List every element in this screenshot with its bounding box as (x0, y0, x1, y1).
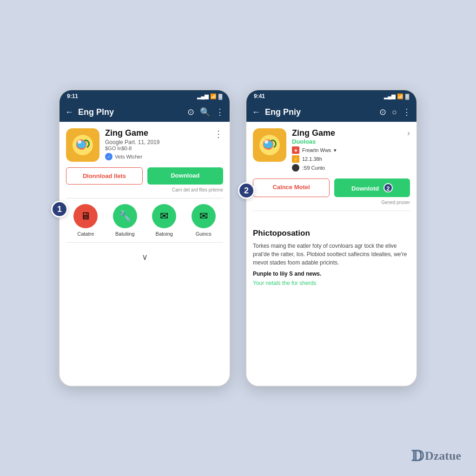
more-icon-1[interactable]: ⋮ (216, 107, 224, 117)
batoing-icon: ✉ (160, 210, 168, 222)
feature-item-batoing: ✉ Batoing (152, 204, 176, 237)
status-bar-2: 9:41 ▂▄▆ 📶 ▓ (246, 90, 416, 102)
nav-bar-2: ← Eng Pniy ⊙ ○ ⋮ (246, 102, 416, 122)
app-name-1: Zing Game (105, 128, 208, 138)
nav-title-2: Eng Pniy (265, 107, 375, 117)
info-row-3: ● :S9 Cunto (292, 164, 402, 172)
app-header-1: Zing Game Google Part. 11, 2019 $GO In$0… (66, 128, 223, 162)
time-2: 9:41 (254, 93, 265, 99)
info-icon-2: ⚡ (292, 155, 299, 163)
divider-1 (66, 198, 223, 198)
desc-title: Phictoposation (253, 229, 410, 238)
info-row-1: ★ Freartn Wws ▾ (292, 146, 402, 154)
desc-body: Torkes maing the eatler foty of covnloar… (253, 242, 410, 267)
phone2: 9:41 ▂▄▆ 📶 ▓ ← Eng Pniy ⊙ ○ ⋮ (245, 89, 417, 387)
app-icon-1 (66, 128, 99, 162)
feature-label-baluliing: Baluliing (115, 231, 135, 237)
nav-icons-2: ⊙ ○ ⋮ (379, 107, 411, 117)
more-icon-2[interactable]: ⋮ (403, 107, 411, 117)
phone2-wrapper: 2 9:41 ▂▄▆ 📶 ▓ ← Eng Pniy ⊙ ○ ⋮ (245, 89, 417, 387)
svg-point-3 (78, 140, 81, 144)
step1-badge: 1 (51, 201, 68, 218)
feature-item-catatre: 🖥 Catatre (73, 204, 98, 237)
info-icon-1: ★ (292, 146, 299, 154)
chevron-right-2[interactable]: › (407, 128, 410, 138)
battery-icon-2: ▓ (405, 93, 409, 99)
status-icons-2: ▂▄▆ 📶 ▓ (384, 93, 409, 99)
download-button-1[interactable]: Download (147, 167, 223, 185)
baluliing-icon: 🔧 (119, 210, 131, 222)
divider-3 (253, 211, 410, 211)
search-icon-1[interactable]: 🔍 (200, 107, 210, 117)
info-row-2: ⚡ 12.1.38h (292, 155, 402, 163)
feature-icons-1: 🖥 Catatre 🔧 Baluliing ✉ B (66, 204, 223, 237)
action-hint-2: Gened prooer (253, 200, 410, 205)
nav-icons-1: ⊙ 🔍 ⋮ (187, 107, 224, 117)
feature-item-baluliing: 🔧 Baluliing (113, 204, 137, 237)
circle-icon-2[interactable]: ○ (392, 107, 397, 117)
nav-bar-1: ← Eng Plny ⊙ 🔍 ⋮ (60, 102, 230, 122)
back-button-1[interactable]: ← (65, 107, 73, 117)
feature-label-batoing: Batoing (156, 231, 173, 237)
info-text-3: :S9 Cunto (302, 165, 325, 171)
info-icon-3: ● (292, 164, 299, 172)
nav-title-1: Eng Plny (78, 107, 183, 117)
desc-highlight: Punple to liiy S and news. (253, 271, 410, 277)
app-meta-green-2: Duoloas (292, 138, 402, 145)
camera-icon-2[interactable]: ⊙ (379, 107, 386, 117)
watermark: 𝔻 Dzatue (411, 447, 461, 465)
svg-point-7 (264, 140, 268, 144)
description-section: Phictoposation Torkes maing the eatler f… (246, 222, 416, 293)
action-buttons-1: Dlonnload Ilets Download (66, 167, 223, 185)
action-hint-1: Carn det ard flles prteme (66, 187, 223, 192)
guincs-icon: ✉ (199, 210, 208, 222)
step2-inline-badge: 2 (383, 183, 393, 192)
feature-circle-guincs: ✉ (192, 204, 216, 228)
info-text-2: 12.1.38h (302, 156, 322, 162)
signal-icon-2: ▂▄▆ (384, 93, 395, 99)
catatre-icon: 🖥 (80, 210, 91, 222)
time-1: 9:11 (67, 93, 78, 99)
info-text-1: Freartn Wws (302, 147, 331, 153)
feature-label-catatre: Catatre (77, 231, 94, 237)
feature-item-guincs: ✉ Guincs (192, 204, 216, 237)
three-dot-1[interactable]: ⋮ (214, 128, 223, 139)
app-meta1-1: Google Part. 11, 2019 (105, 139, 208, 145)
app-info-2: Zing Game Duoloas ★ Freartn Wws ▾ ⚡ 12.1… (292, 128, 402, 173)
camera-icon-1[interactable]: ⊙ (187, 107, 194, 117)
app-icon-2 (253, 128, 286, 162)
scene: 1 9:11 ▂▄▆ 📶 ▓ ← Eng Plny ⊙ 🔍 ⋮ (0, 61, 476, 415)
phone1-wrapper: 1 9:11 ▂▄▆ 📶 ▓ ← Eng Plny ⊙ 🔍 ⋮ (59, 89, 231, 387)
feature-label-guincs: Guincs (196, 231, 212, 237)
wifi-icon-2: 📶 (397, 93, 403, 99)
battery-icon-1: ▓ (218, 93, 222, 99)
dropdown-icon-1: ▾ (334, 147, 337, 153)
feature-circle-catatre: 🖥 (73, 204, 98, 228)
wifi-icon-1: 📶 (210, 93, 217, 99)
desc-link[interactable]: Your netals the for sherds (253, 280, 410, 286)
download-label-2: Downlotd (351, 185, 379, 192)
content-2: Zing Game Duoloas ★ Freartn Wws ▾ ⚡ 12.1… (246, 122, 416, 222)
action-buttons-2: Calnce Motel Downlotd 2 (253, 178, 410, 197)
download-button-2[interactable]: Downlotd 2 (334, 178, 410, 197)
outline-button-1[interactable]: Dlonnload Ilets (66, 167, 143, 185)
app-meta-row-1: ✓ Vets Wtcher (105, 153, 208, 160)
chevron-down-1[interactable]: ∨ (66, 247, 223, 267)
outline-button-2[interactable]: Calnce Motel (253, 178, 330, 197)
verified-icon-1: ✓ (105, 153, 112, 160)
phone1: 9:11 ▂▄▆ 📶 ▓ ← Eng Plny ⊙ 🔍 ⋮ (59, 89, 231, 387)
status-icons-1: ▂▄▆ 📶 ▓ (197, 93, 222, 99)
signal-icon-1: ▂▄▆ (197, 93, 208, 99)
app-header-2: Zing Game Duoloas ★ Freartn Wws ▾ ⚡ 12.1… (253, 128, 410, 173)
verified-text-1: Vets Wtcher (115, 154, 142, 159)
app-name-2: Zing Game (292, 128, 402, 138)
app-meta2-1: $GO In$0-8 (105, 145, 208, 151)
back-button-2[interactable]: ← (252, 107, 260, 117)
status-bar-1: 9:11 ▂▄▆ 📶 ▓ (60, 90, 230, 102)
app-info-1: Zing Game Google Part. 11, 2019 $GO In$0… (105, 128, 208, 160)
step2-badge: 2 (238, 182, 255, 199)
feature-circle-baluliing: 🔧 (113, 204, 137, 228)
watermark-d-icon: 𝔻 (411, 447, 424, 465)
watermark-text: Dzatue (425, 449, 461, 463)
feature-circle-batoing: ✉ (152, 204, 176, 228)
